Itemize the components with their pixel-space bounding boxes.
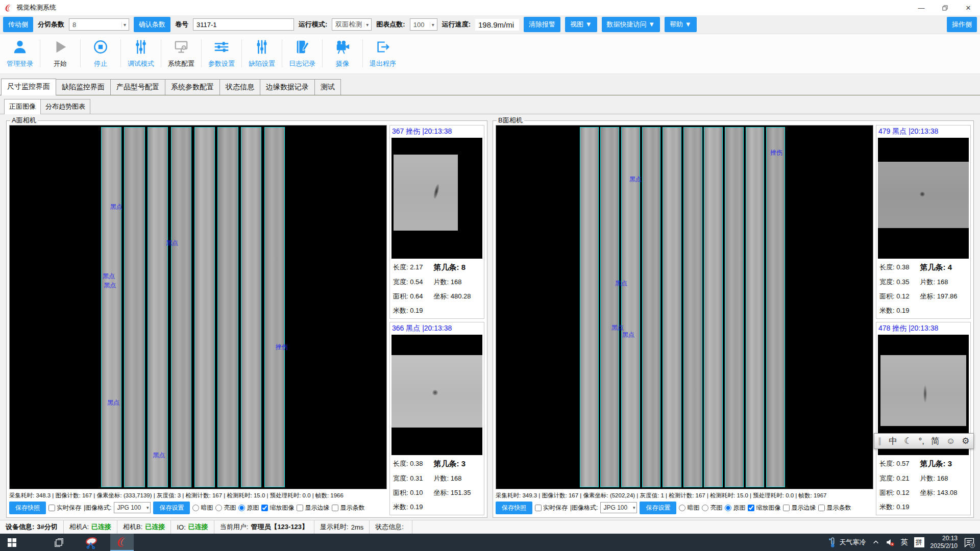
main-tab-7[interactable]: 测试 [314, 79, 341, 95]
display-option-checkbox-input[interactable] [261, 505, 268, 511]
tool-login[interactable]: 管理登录 [1, 37, 39, 68]
roll-number-input[interactable] [193, 18, 294, 31]
data-quick-access-button[interactable]: 数据快捷访问 ▼ [602, 17, 660, 32]
tool-defect-settings[interactable]: 缺陷设置 [243, 37, 281, 68]
display-option-checkbox-3[interactable]: 显示条数 [332, 504, 364, 512]
defect-stat: 米数: 0.19 [879, 306, 920, 315]
vision-app-taskbar-icon[interactable] [110, 534, 134, 551]
restore-icon[interactable] [933, 0, 957, 15]
display-option-checkbox-input[interactable] [818, 505, 825, 511]
defect-stat: 宽度: 0.31 [393, 474, 434, 483]
display-option-checkbox-1[interactable]: 缩放图像 [748, 504, 780, 512]
tool-log[interactable]: 日志记录 [283, 37, 321, 68]
display-option-checkbox-input[interactable] [748, 505, 754, 511]
main-tab-1[interactable]: 尺寸监控界面 [1, 79, 56, 95]
main-tab-2[interactable]: 缺陷监控界面 [56, 79, 111, 95]
ime-simplified-icon[interactable]: 简 [931, 437, 940, 445]
strip-region [194, 127, 215, 487]
confirm-count-button[interactable]: 确认条数 [134, 17, 170, 32]
main-tab-5[interactable]: 状态信息 [219, 79, 260, 95]
realtime-save-checkbox[interactable]: 实时保存 [535, 504, 568, 512]
realtime-save-checkbox-input[interactable] [535, 505, 542, 511]
camera-live-image[interactable]: 挫伤黑点黑点黑点黑点 [496, 125, 873, 489]
weather-widget[interactable]: 天气寒冷 [828, 537, 866, 548]
image-mode-radio-2[interactable]: 亮图 [215, 504, 236, 512]
display-option-checkbox-1[interactable]: 缩放图像 [261, 504, 294, 512]
image-mode-radio-1[interactable]: 暗图 [679, 504, 699, 512]
save-snapshot-button[interactable]: 保存快照 [9, 502, 46, 514]
image-mode-radio-input[interactable] [192, 505, 199, 511]
view-menu-button[interactable]: 视图 ▼ [565, 17, 597, 32]
task-view-icon[interactable] [47, 534, 70, 551]
main-tab-6[interactable]: 边缘数据记录 [260, 79, 315, 95]
defect-type: 挫伤 [890, 324, 906, 332]
ime-emoji-icon[interactable]: ☺ [946, 437, 955, 445]
slit-count-select[interactable]: 8▾ [69, 18, 129, 31]
defect-stat: 长度: 0.57 [879, 459, 920, 469]
tool-param-settings[interactable]: 参数设置 [203, 37, 240, 68]
help-menu-button[interactable]: 帮助 ▼ [665, 17, 696, 32]
drive-side-button[interactable]: 传动侧 [3, 17, 33, 32]
display-option-checkbox-input[interactable] [297, 505, 303, 511]
image-mode-radio-input[interactable] [679, 505, 685, 511]
sub-tab-1[interactable]: 正面图像 [4, 99, 41, 114]
notification-center-icon[interactable]: 6 [964, 537, 975, 548]
save-settings-button[interactable]: 保存设置 [640, 502, 676, 514]
defect-snapshot-image[interactable] [391, 335, 482, 456]
minimize-icon[interactable]: — [910, 0, 933, 15]
ime-punctuation-icon[interactable]: °, [918, 437, 924, 445]
display-option-checkbox-input[interactable] [332, 505, 338, 511]
realtime-save-checkbox[interactable]: 实时保存 [48, 504, 81, 512]
tool-stop[interactable]: 停止 [82, 37, 119, 68]
main-tab-3[interactable]: 产品型号配置 [110, 79, 165, 95]
panel-left-column: 黑点黑点黑点黑点挫伤黑点黑点采集耗时: 348.3 | 图像计数: 167 | … [9, 125, 387, 515]
camera-live-image[interactable]: 黑点黑点黑点黑点挫伤黑点黑点 [9, 125, 387, 489]
save-settings-button[interactable]: 保存设置 [153, 502, 190, 514]
chart-points-select[interactable]: 100▾ [410, 18, 437, 31]
defect-snapshot-image[interactable] [391, 138, 482, 259]
image-format-select[interactable]: JPG 100▾ [600, 502, 637, 513]
display-option-checkbox-2[interactable]: 显示边缘 [783, 504, 816, 512]
ime-halfmoon-shape-icon[interactable]: ☾ [904, 437, 912, 445]
realtime-save-checkbox-input[interactable] [48, 505, 55, 511]
tool-capture[interactable]: 摄像 [324, 37, 361, 68]
main-tab-4[interactable]: 系统参数配置 [165, 79, 220, 95]
image-mode-radio-3[interactable]: 原图 [238, 504, 259, 512]
operate-side-button[interactable]: 操作侧 [947, 17, 977, 32]
status-segment-value: 2ms [351, 523, 364, 531]
ime-settings-icon[interactable]: ⚙ [962, 437, 969, 445]
run-mode-select[interactable]: 双面检测▾ [332, 18, 372, 31]
speaker-muted-icon[interactable] [886, 538, 895, 547]
snipping-tool-icon[interactable] [80, 534, 103, 551]
defect-stat: 面积: 0.10 [393, 488, 434, 497]
image-mode-radio-input[interactable] [702, 505, 708, 511]
save-snapshot-button[interactable]: 保存快照 [496, 502, 532, 514]
taskbar-clock[interactable]: 20:13 2025/2/10 [930, 535, 958, 550]
chart-points-label: 图表点数: [376, 20, 405, 29]
sub-tab-2[interactable]: 分布趋势图表 [40, 99, 90, 114]
tool-exit[interactable]: 退出程序 [364, 37, 402, 68]
image-mode-radio-1[interactable]: 暗图 [192, 504, 213, 512]
clear-alarm-button[interactable]: 清除报警 [524, 17, 560, 32]
language-indicator[interactable]: 英 [901, 538, 908, 547]
ime-drag-handle[interactable]: ║ [877, 437, 882, 445]
tool-system-config[interactable]: 系统配置 [162, 37, 200, 68]
close-icon[interactable]: ✕ [957, 0, 980, 15]
image-mode-radio-2[interactable]: 亮图 [702, 504, 722, 512]
display-option-checkbox-2[interactable]: 显示边缘 [297, 504, 329, 512]
panel-status-line: 采集耗时: 348.3 | 图像计数: 167 | 像素坐标: (333,713… [9, 489, 387, 500]
image-mode-radio-input[interactable] [215, 505, 222, 511]
image-mode-radio-input[interactable] [725, 505, 731, 511]
display-option-checkbox-input[interactable] [783, 505, 790, 511]
start-button-icon[interactable] [0, 534, 23, 551]
display-option-checkbox-3[interactable]: 显示条数 [818, 504, 851, 512]
tool-start[interactable]: 开始 [41, 37, 79, 68]
image-mode-radio-input[interactable] [238, 505, 245, 511]
ime-chinese-mode-icon[interactable]: 中 [889, 437, 897, 445]
ime-indicator[interactable]: 拼 [914, 537, 924, 547]
image-format-select[interactable]: JPG 100▾ [114, 502, 151, 513]
tray-expand-icon[interactable] [872, 539, 879, 546]
image-mode-radio-3[interactable]: 原图 [725, 504, 745, 512]
tool-debug-mode[interactable]: 调试模式 [122, 37, 160, 68]
defect-snapshot-image[interactable] [878, 138, 969, 259]
